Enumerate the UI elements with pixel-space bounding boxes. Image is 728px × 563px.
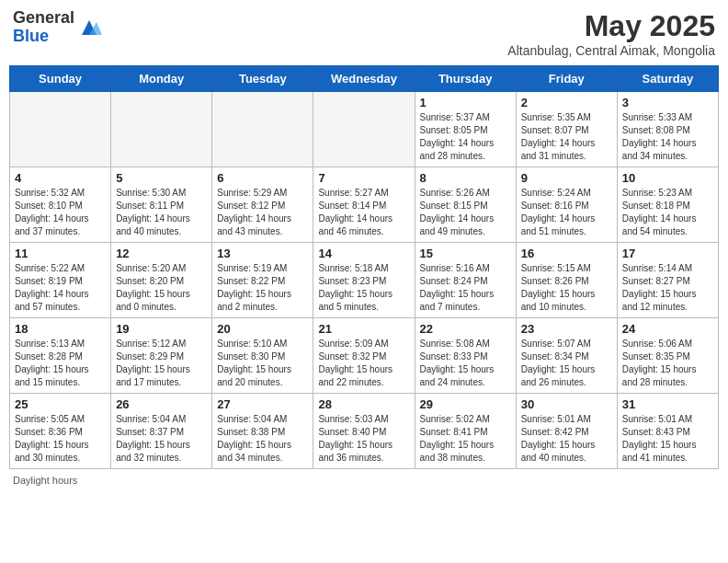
day-of-week-header: Monday [111,66,212,92]
day-info: Sunrise: 5:12 AM Sunset: 8:29 PM Dayligh… [116,338,207,389]
calendar-day-cell [111,92,212,167]
calendar-day-cell: 30Sunrise: 5:01 AM Sunset: 8:42 PM Dayli… [516,394,617,469]
day-info: Sunrise: 5:33 AM Sunset: 8:08 PM Dayligh… [622,111,713,163]
calendar-day-cell: 14Sunrise: 5:18 AM Sunset: 8:23 PM Dayli… [313,243,415,318]
calendar-day-cell: 19Sunrise: 5:12 AM Sunset: 8:29 PM Dayli… [111,318,212,394]
day-info: Sunrise: 5:20 AM Sunset: 8:20 PM Dayligh… [116,262,207,314]
day-number: 20 [217,322,308,336]
calendar-day-cell: 5Sunrise: 5:30 AM Sunset: 8:11 PM Daylig… [111,167,212,243]
day-number: 24 [622,322,713,336]
day-number: 5 [116,171,207,185]
calendar-week-row: 11Sunrise: 5:22 AM Sunset: 8:19 PM Dayli… [10,243,719,318]
logo-blue-text: Blue [13,27,49,45]
day-number: 11 [15,247,106,260]
day-of-week-header: Sunday [10,66,111,92]
day-number: 14 [318,247,409,260]
day-info: Sunrise: 5:15 AM Sunset: 8:26 PM Dayligh… [521,262,612,314]
day-number: 28 [318,397,409,411]
day-number: 6 [217,171,308,185]
calendar-day-cell [313,92,415,167]
calendar-day-cell: 27Sunrise: 5:04 AM Sunset: 8:38 PM Dayli… [212,394,313,469]
calendar-day-cell: 2Sunrise: 5:35 AM Sunset: 8:07 PM Daylig… [516,92,617,167]
day-info: Sunrise: 5:16 AM Sunset: 8:24 PM Dayligh… [420,262,511,314]
day-number: 18 [15,322,106,336]
day-number: 25 [15,397,106,411]
logo-icon [76,15,102,40]
day-info: Sunrise: 5:01 AM Sunset: 8:43 PM Dayligh… [622,413,713,465]
calendar-day-cell: 23Sunrise: 5:07 AM Sunset: 8:34 PM Dayli… [516,318,617,394]
day-info: Sunrise: 5:19 AM Sunset: 8:22 PM Dayligh… [217,262,308,314]
day-number: 19 [116,322,207,336]
calendar-day-cell: 7Sunrise: 5:27 AM Sunset: 8:14 PM Daylig… [313,167,415,243]
day-info: Sunrise: 5:06 AM Sunset: 8:35 PM Dayligh… [622,338,713,389]
calendar-day-cell [212,92,313,167]
day-info: Sunrise: 5:18 AM Sunset: 8:23 PM Dayligh… [318,262,409,314]
title-block: May 2025 Altanbulag, Central Aimak, Mong… [507,9,715,58]
day-info: Sunrise: 5:08 AM Sunset: 8:33 PM Dayligh… [420,338,511,389]
day-number: 13 [217,247,308,260]
day-number: 30 [521,397,612,411]
day-info: Sunrise: 5:03 AM Sunset: 8:40 PM Dayligh… [318,413,409,465]
day-info: Sunrise: 5:07 AM Sunset: 8:34 PM Dayligh… [521,338,612,389]
calendar-day-cell: 16Sunrise: 5:15 AM Sunset: 8:26 PM Dayli… [516,243,617,318]
calendar-day-cell: 21Sunrise: 5:09 AM Sunset: 8:32 PM Dayli… [313,318,415,394]
calendar-day-cell: 29Sunrise: 5:02 AM Sunset: 8:41 PM Dayli… [415,394,516,469]
calendar-day-cell: 26Sunrise: 5:04 AM Sunset: 8:37 PM Dayli… [111,394,212,469]
day-info: Sunrise: 5:35 AM Sunset: 8:07 PM Dayligh… [521,111,612,163]
day-number: 8 [420,171,511,185]
calendar-table: SundayMondayTuesdayWednesdayThursdayFrid… [9,65,719,469]
day-number: 10 [622,171,713,185]
calendar-week-row: 25Sunrise: 5:05 AM Sunset: 8:36 PM Dayli… [10,394,719,469]
day-number: 12 [116,247,207,260]
day-info: Sunrise: 5:04 AM Sunset: 8:37 PM Dayligh… [116,413,207,465]
day-info: Sunrise: 5:23 AM Sunset: 8:18 PM Dayligh… [622,187,713,238]
calendar-week-row: 4Sunrise: 5:32 AM Sunset: 8:10 PM Daylig… [10,167,719,243]
calendar-day-cell: 1Sunrise: 5:37 AM Sunset: 8:05 PM Daylig… [415,92,516,167]
page-header: General Blue May 2025 Altanbulag, Centra… [9,9,719,58]
day-number: 16 [521,247,612,260]
day-info: Sunrise: 5:29 AM Sunset: 8:12 PM Dayligh… [217,187,308,238]
logo-general-text: General [13,8,74,27]
calendar-day-cell: 28Sunrise: 5:03 AM Sunset: 8:40 PM Dayli… [313,394,415,469]
day-number: 9 [521,171,612,185]
day-number: 3 [622,96,713,109]
days-header-row: SundayMondayTuesdayWednesdayThursdayFrid… [10,66,719,92]
location: Altanbulag, Central Aimak, Mongolia [507,43,715,58]
day-info: Sunrise: 5:32 AM Sunset: 8:10 PM Dayligh… [15,187,106,238]
day-number: 17 [622,247,713,260]
day-number: 31 [622,397,713,411]
day-info: Sunrise: 5:30 AM Sunset: 8:11 PM Dayligh… [116,187,207,238]
day-number: 1 [420,96,511,109]
calendar-day-cell: 13Sunrise: 5:19 AM Sunset: 8:22 PM Dayli… [212,243,313,318]
day-of-week-header: Wednesday [313,66,415,92]
day-info: Sunrise: 5:22 AM Sunset: 8:19 PM Dayligh… [15,262,106,314]
calendar-day-cell: 10Sunrise: 5:23 AM Sunset: 8:18 PM Dayli… [617,167,718,243]
calendar-day-cell: 3Sunrise: 5:33 AM Sunset: 8:08 PM Daylig… [617,92,718,167]
calendar-day-cell: 20Sunrise: 5:10 AM Sunset: 8:30 PM Dayli… [212,318,313,394]
day-info: Sunrise: 5:09 AM Sunset: 8:32 PM Dayligh… [318,338,409,389]
day-number: 2 [521,96,612,109]
day-number: 27 [217,397,308,411]
day-info: Sunrise: 5:14 AM Sunset: 8:27 PM Dayligh… [622,262,713,314]
calendar-day-cell: 11Sunrise: 5:22 AM Sunset: 8:19 PM Dayli… [10,243,111,318]
day-number: 15 [420,247,511,260]
calendar-day-cell: 24Sunrise: 5:06 AM Sunset: 8:35 PM Dayli… [617,318,718,394]
day-info: Sunrise: 5:27 AM Sunset: 8:14 PM Dayligh… [318,187,409,238]
calendar-day-cell: 9Sunrise: 5:24 AM Sunset: 8:16 PM Daylig… [516,167,617,243]
day-number: 23 [521,322,612,336]
day-info: Sunrise: 5:24 AM Sunset: 8:16 PM Dayligh… [521,187,612,238]
calendar-day-cell: 18Sunrise: 5:13 AM Sunset: 8:28 PM Dayli… [10,318,111,394]
day-number: 21 [318,322,409,336]
calendar-day-cell: 15Sunrise: 5:16 AM Sunset: 8:24 PM Dayli… [415,243,516,318]
calendar-day-cell: 25Sunrise: 5:05 AM Sunset: 8:36 PM Dayli… [10,394,111,469]
day-of-week-header: Thursday [415,66,516,92]
day-number: 26 [116,397,207,411]
day-info: Sunrise: 5:01 AM Sunset: 8:42 PM Dayligh… [521,413,612,465]
footer-note: Daylight hours [9,475,719,486]
day-number: 29 [420,397,511,411]
day-info: Sunrise: 5:13 AM Sunset: 8:28 PM Dayligh… [15,338,106,389]
day-info: Sunrise: 5:37 AM Sunset: 8:05 PM Dayligh… [420,111,511,163]
day-info: Sunrise: 5:10 AM Sunset: 8:30 PM Dayligh… [217,338,308,389]
day-of-week-header: Tuesday [212,66,313,92]
day-info: Sunrise: 5:26 AM Sunset: 8:15 PM Dayligh… [420,187,511,238]
